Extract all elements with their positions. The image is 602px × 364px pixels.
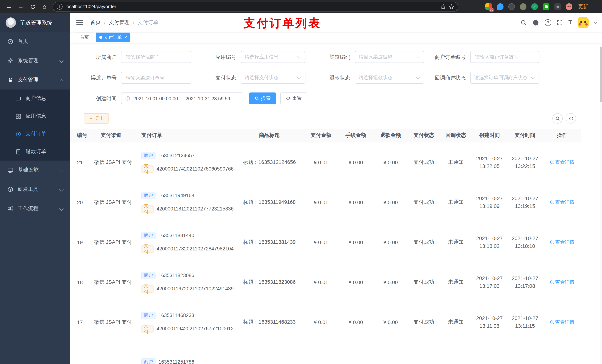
tab-home[interactable]: 首页 bbox=[77, 32, 92, 42]
home-button[interactable]: ⌂ bbox=[39, 1, 50, 12]
extension-drop-icon[interactable] bbox=[497, 3, 504, 10]
fullscreen-icon[interactable] bbox=[557, 20, 563, 26]
sidebar-item-devtools[interactable]: 研发工具 bbox=[0, 180, 70, 199]
extension-grid-icon[interactable]: 10 bbox=[485, 3, 492, 10]
chrome-update-button[interactable]: 更新 bbox=[578, 3, 588, 10]
sidebar-item-app-info[interactable]: 应用信息 bbox=[0, 107, 70, 125]
page-content: 所属商户 应用编号 请选择应用信息 渠道编码 请输入渠道编码 商户订单编号 bbox=[70, 43, 602, 364]
merchant-input[interactable] bbox=[121, 51, 191, 63]
cell-paid bbox=[507, 342, 543, 364]
reload-button[interactable] bbox=[27, 1, 38, 12]
breadcrumb-separator: / bbox=[104, 20, 106, 26]
orders-table: 编号 支付渠道 支付订单 商品标题 支付金额 手续金额 退款金额 支付状态 回调… bbox=[70, 129, 602, 364]
forward-button[interactable]: → bbox=[16, 1, 26, 12]
help-icon[interactable]: ? bbox=[545, 19, 551, 26]
merchant-input-field[interactable] bbox=[125, 54, 187, 60]
bookmark-star-icon[interactable] bbox=[449, 4, 454, 10]
channel-order-no-input[interactable] bbox=[121, 72, 191, 83]
toggle-search-button[interactable] bbox=[552, 113, 563, 124]
search-icon[interactable] bbox=[521, 20, 527, 26]
channel-order-no-field[interactable] bbox=[125, 74, 187, 81]
merchant-order-no-field[interactable] bbox=[474, 54, 535, 60]
search-icon bbox=[550, 160, 554, 165]
breadcrumb-home[interactable]: 首页 bbox=[90, 19, 101, 26]
cell-pay-order: 商户1635311949168 支付4200001181202110277723… bbox=[129, 182, 235, 222]
view-detail-link[interactable]: 查看详情 bbox=[550, 199, 574, 206]
address-bar[interactable]: i localhost:1024/pay/order bbox=[53, 2, 458, 12]
search-icon bbox=[550, 280, 554, 284]
cell-id: 21 bbox=[70, 142, 93, 182]
profile-avatar[interactable] bbox=[566, 3, 572, 10]
url-text[interactable]: localhost:1024/pay/order bbox=[65, 4, 438, 9]
sidebar-item-merchant-info[interactable]: 商户信息 bbox=[0, 90, 70, 107]
app-logo[interactable]: 芋道管理系统 bbox=[0, 13, 70, 32]
cell-paid: 2021-10-27 13:17:08 bbox=[507, 262, 543, 302]
search-button[interactable]: 搜索 bbox=[249, 93, 276, 104]
tab-label: 支付订单 bbox=[104, 34, 122, 41]
create-time-range-picker[interactable]: 2021-10-01 00:00:00 - 2021-10-31 23:59:5… bbox=[121, 93, 243, 104]
hamburger-icon[interactable] bbox=[76, 20, 83, 25]
export-button[interactable]: 导出 bbox=[84, 113, 109, 124]
merchant-order-no-input[interactable] bbox=[470, 51, 539, 63]
extension-dark-icon[interactable] bbox=[508, 3, 515, 10]
table-row: 21 微信 JSAPI 支付 商户1635312124657 支付4200001… bbox=[70, 142, 581, 182]
pay-tag: 支付 bbox=[141, 205, 154, 213]
filter-form: 所属商户 应用编号 请选择应用信息 渠道编码 请输入渠道编码 商户订单编号 bbox=[70, 43, 602, 104]
circle-dot-icon bbox=[16, 131, 21, 137]
filter-row-2: 渠道订单号 支付状态 请选择支付状态 退款状态 请选择退款状态 回调商户状态 bbox=[70, 72, 602, 83]
chevron-down-icon[interactable] bbox=[594, 20, 597, 24]
cell-created: 2021-10-27 13:22:05 bbox=[472, 142, 507, 182]
view-detail-link[interactable]: 查看详情 bbox=[550, 319, 574, 325]
extension-puzzle-icon[interactable] bbox=[554, 3, 561, 10]
view-detail-label: 查看详情 bbox=[555, 319, 574, 325]
cell-created: 2021-10-27 13:18:02 bbox=[472, 222, 507, 262]
table-row: 20 微信 JSAPI 支付 商户1635311949168 支付4200001… bbox=[70, 182, 581, 222]
pay-tag: 支付 bbox=[141, 165, 154, 173]
browser-menu-icon[interactable]: ⋮ bbox=[592, 4, 598, 10]
view-detail-link[interactable]: 查看详情 bbox=[550, 239, 574, 245]
top-navbar: 首页 / 支付管理 / 支付订单 支付订单列表 ? T bbox=[70, 13, 602, 32]
extension-olive-icon[interactable] bbox=[520, 3, 527, 10]
breadcrumb-section[interactable]: 支付管理 bbox=[109, 19, 129, 26]
pay-status-select[interactable]: 请选择支付状态 bbox=[241, 72, 305, 83]
refresh-table-button[interactable] bbox=[566, 113, 576, 124]
view-detail-label: 查看详情 bbox=[555, 199, 574, 206]
channel-code-select[interactable]: 请输入渠道编码 bbox=[355, 51, 424, 63]
chevron-down-icon bbox=[531, 75, 535, 79]
extension-check-icon[interactable]: ✓ bbox=[531, 3, 538, 10]
app-no-select[interactable]: 请选择应用信息 bbox=[241, 51, 305, 63]
sidebar-item-refund-order[interactable]: 退款订单 bbox=[0, 143, 70, 161]
view-detail-link[interactable]: 查看详情 bbox=[550, 159, 574, 166]
scrollbar-thumb[interactable] bbox=[600, 47, 602, 102]
site-info-icon[interactable]: i bbox=[57, 4, 63, 10]
cell-amount: ¥ 0.01 bbox=[304, 182, 338, 222]
cell-refund: ¥ 0.00 bbox=[373, 182, 408, 222]
sidebar-item-home[interactable]: 首页 bbox=[0, 32, 70, 51]
tab-pay-order[interactable]: 支付订单 × bbox=[96, 32, 130, 42]
share-icon[interactable] bbox=[441, 4, 446, 9]
sidebar-item-system[interactable]: 系统管理 bbox=[0, 51, 70, 70]
chevron-down-icon bbox=[59, 59, 64, 63]
col-notify-status: 回调状态 bbox=[440, 129, 472, 142]
extension-wechat-icon[interactable] bbox=[543, 3, 549, 10]
sidebar-item-infra[interactable]: 基础设施 bbox=[0, 161, 70, 180]
refund-status-select[interactable]: 请选择退款状态 bbox=[355, 72, 424, 83]
user-avatar[interactable] bbox=[578, 17, 589, 28]
back-button[interactable]: ← bbox=[4, 1, 14, 12]
merchant-tag: 商户 bbox=[141, 232, 155, 239]
sidebar-item-workflow[interactable]: 工作流程 bbox=[0, 199, 70, 218]
reset-button[interactable]: 重置 bbox=[280, 93, 307, 104]
font-size-icon[interactable]: T bbox=[568, 19, 572, 26]
chevron-down-icon bbox=[297, 54, 301, 59]
cell-refund bbox=[373, 342, 408, 364]
sidebar-item-pay[interactable]: ¥ 支付管理 bbox=[0, 70, 70, 90]
view-detail-link[interactable]: 查看详情 bbox=[550, 279, 574, 285]
callback-status-select[interactable]: 请选择订单回调商户状态 bbox=[470, 72, 539, 83]
github-icon[interactable] bbox=[532, 19, 539, 26]
sidebar-item-label: 基础设施 bbox=[18, 167, 39, 174]
cell-title: 标题：1635312124656 bbox=[235, 142, 304, 182]
merchant-tag: 商户 bbox=[141, 152, 155, 159]
sidebar-item-pay-order[interactable]: 支付订单 bbox=[0, 125, 70, 143]
close-icon[interactable]: × bbox=[124, 35, 127, 40]
page-scrollbar[interactable] bbox=[600, 43, 602, 364]
